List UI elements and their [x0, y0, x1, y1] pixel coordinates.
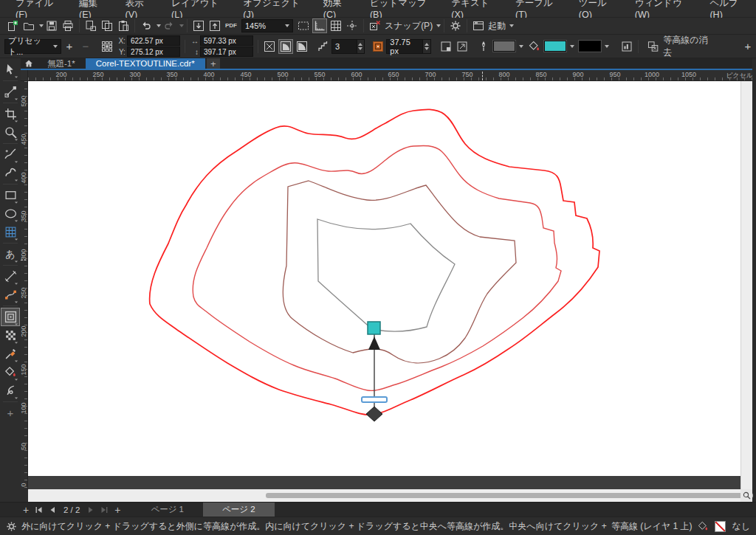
- show-rulers-button[interactable]: [312, 18, 327, 33]
- horizontal-ruler[interactable]: 2002503003504004505005506006507007508008…: [28, 70, 756, 81]
- copy-button[interactable]: [100, 18, 114, 33]
- object-width-input[interactable]: 597.33 px: [200, 35, 253, 46]
- cut-button[interactable]: [83, 18, 98, 33]
- contour-tool-icon[interactable]: [1, 308, 20, 326]
- fullscreen-preview-button[interactable]: [296, 18, 311, 33]
- paste-button[interactable]: [116, 18, 131, 33]
- navigator-zoom-button[interactable]: [740, 489, 752, 502]
- outline-color-swatch[interactable]: [493, 41, 515, 52]
- horizontal-scrollbar[interactable]: [28, 489, 740, 502]
- publish-pdf-button[interactable]: PDF: [224, 18, 238, 33]
- show-grid-button[interactable]: [329, 18, 343, 33]
- connector-tool-icon[interactable]: [1, 286, 20, 304]
- add-page-button-right[interactable]: +: [111, 503, 124, 517]
- page-tab[interactable]: ページ 1: [131, 503, 203, 517]
- zoom-level-combo[interactable]: 145%: [241, 19, 293, 32]
- contour-offset-spinner[interactable]: [423, 39, 431, 54]
- horizontal-scrollbar-thumb[interactable]: [266, 493, 753, 498]
- pick-tool-icon[interactable]: [1, 61, 20, 79]
- new-document-tab-button[interactable]: +: [207, 58, 220, 69]
- options-gear-button[interactable]: [448, 18, 463, 33]
- vertical-scrollbar[interactable]: [740, 81, 752, 489]
- launch-dropdown-arrow[interactable]: [509, 24, 514, 27]
- snap-off-icon[interactable]: [368, 18, 382, 33]
- ellipse-tool-icon[interactable]: [1, 204, 20, 223]
- redo-button[interactable]: [162, 18, 176, 33]
- rectangle-tool-icon[interactable]: [1, 186, 20, 204]
- fill-color-swatch[interactable]: [544, 41, 566, 52]
- show-guidelines-button[interactable]: [345, 18, 360, 33]
- add-preset-button[interactable]: +: [62, 39, 77, 54]
- interactive-fill-tool-icon[interactable]: [1, 363, 20, 382]
- home-icon[interactable]: [21, 58, 37, 69]
- zoom-tool-icon[interactable]: [1, 123, 20, 142]
- launch-icon[interactable]: [471, 18, 486, 33]
- status-gear-icon[interactable]: [6, 521, 17, 532]
- last-page-button[interactable]: [97, 503, 111, 517]
- snap-dropdown-arrow[interactable]: [436, 24, 441, 27]
- x-position-input[interactable]: 622.57 px: [127, 35, 180, 46]
- object-height-input[interactable]: 397.17 px: [200, 46, 253, 57]
- eyedropper-tool-icon[interactable]: [1, 345, 20, 363]
- end-color-swatch[interactable]: [579, 41, 601, 52]
- contour-offset-input[interactable]: 37.75 px: [386, 39, 423, 54]
- toolbox-separator: [3, 265, 18, 266]
- undo-button[interactable]: [139, 18, 154, 33]
- open-dropdown-arrow[interactable]: [39, 24, 44, 27]
- page-tab[interactable]: ページ 2: [203, 503, 275, 517]
- add-tool-button[interactable]: +: [1, 404, 20, 422]
- preset-combo[interactable]: プリセット...: [4, 39, 61, 54]
- first-page-button[interactable]: [32, 503, 46, 517]
- toolbar-separator: [134, 19, 135, 32]
- transparency-tool-icon[interactable]: [1, 326, 20, 345]
- next-page-button[interactable]: [84, 503, 97, 517]
- save-button[interactable]: [44, 18, 59, 33]
- toolbox-separator: [3, 103, 18, 103]
- contour-steps-input[interactable]: 3: [331, 39, 357, 54]
- contour-start-handle[interactable]: [368, 322, 380, 334]
- import-button[interactable]: [191, 18, 206, 33]
- drawing-canvas[interactable]: [28, 81, 740, 489]
- polygon-tool-icon[interactable]: [1, 223, 20, 241]
- document-tab[interactable]: 無題-1*: [37, 58, 86, 69]
- snap-label[interactable]: スナップ(P): [385, 20, 433, 32]
- artistic-media-tool-icon[interactable]: [1, 164, 20, 182]
- undo-dropdown-arrow[interactable]: [157, 24, 161, 27]
- shape-tool-icon[interactable]: [1, 83, 20, 101]
- contour-corners-button[interactable]: [439, 39, 453, 54]
- export-button[interactable]: [207, 18, 222, 33]
- new-document-button[interactable]: [5, 18, 20, 33]
- add-page-button[interactable]: +: [19, 503, 32, 517]
- outline-color-picker[interactable]: [493, 40, 525, 52]
- redo-dropdown-arrow[interactable]: [179, 24, 184, 27]
- contour-handle[interactable]: [362, 322, 387, 421]
- outside-contour-button[interactable]: [295, 39, 309, 54]
- contour-steps-spinner[interactable]: [357, 39, 365, 54]
- contour-line-middle[interactable]: [193, 145, 561, 390]
- print-button[interactable]: [61, 18, 75, 33]
- crop-tool-icon[interactable]: [1, 105, 20, 123]
- freehand-tool-icon[interactable]: [1, 145, 20, 164]
- object-properties-button[interactable]: [619, 39, 634, 54]
- vertical-ruler[interactable]: 500450400350300250200150100500: [21, 81, 28, 489]
- to-center-contour-button[interactable]: [262, 39, 277, 54]
- inside-contour-button[interactable]: [278, 39, 293, 54]
- contour-acceleration-button[interactable]: [455, 39, 470, 54]
- y-position-input[interactable]: 275.12 px: [127, 46, 180, 57]
- clear-contour-button[interactable]: 等高線の消去: [642, 39, 719, 54]
- propbar-add-button[interactable]: +: [740, 39, 755, 54]
- open-button[interactable]: [21, 18, 36, 33]
- launch-label[interactable]: 起動: [488, 20, 506, 32]
- text-tool-icon[interactable]: あ: [1, 245, 20, 263]
- source-object-outline[interactable]: [317, 219, 455, 331]
- previous-page-button[interactable]: [46, 503, 59, 517]
- contour-end-handle[interactable]: [366, 407, 382, 421]
- fill-color-picker[interactable]: [544, 40, 576, 52]
- dimension-tool-icon[interactable]: [1, 267, 20, 286]
- remove-preset-button[interactable]: −: [78, 39, 93, 54]
- document-tab[interactable]: Corel-TEXTOUTLINE.cdr*: [86, 58, 205, 69]
- end-color-picker[interactable]: [579, 40, 611, 52]
- contour-acceleration-slider[interactable]: [362, 397, 387, 402]
- smart-fill-tool-icon[interactable]: [1, 382, 20, 400]
- ruler-corner[interactable]: [21, 70, 28, 81]
